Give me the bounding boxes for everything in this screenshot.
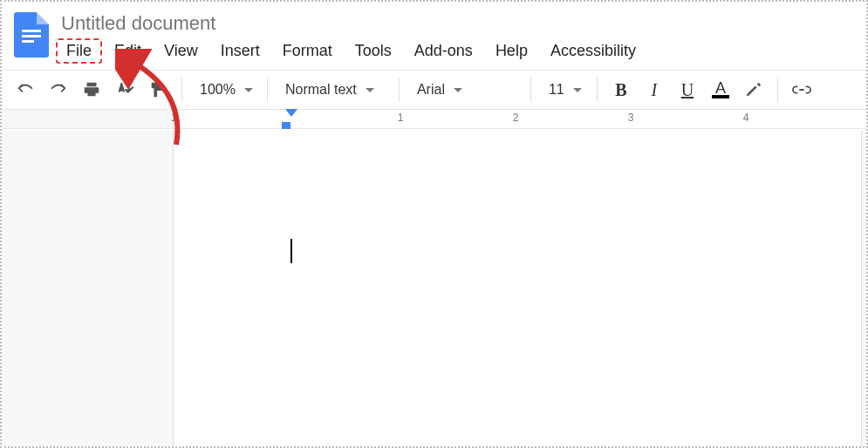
toolbar-separator (399, 78, 400, 102)
menu-tools[interactable]: Tools (345, 38, 402, 64)
size-value: 11 (549, 82, 564, 98)
docs-logo-icon[interactable] (14, 12, 49, 58)
zoom-dropdown[interactable]: 100% (191, 75, 258, 105)
menu-addons[interactable]: Add-ons (404, 38, 483, 64)
paragraph-style-dropdown[interactable]: Normal text (277, 75, 390, 105)
print-button[interactable] (77, 75, 106, 105)
toolbar-separator (267, 78, 268, 102)
ruler-mark: 1 (398, 112, 404, 124)
first-line-indent-icon[interactable] (282, 122, 290, 129)
ruler-gutter (2, 110, 173, 128)
toolbar: 100% Normal text Arial 11 B I U A (2, 70, 866, 110)
ruler[interactable]: 1 1 2 3 4 (2, 110, 866, 129)
font-dropdown[interactable]: Arial (408, 75, 522, 105)
menu-view[interactable]: View (154, 38, 208, 64)
menu-edit[interactable]: Edit (104, 38, 152, 64)
menu-insert[interactable]: Insert (210, 38, 270, 64)
menubar: File Edit View Insert Format Tools Add-o… (56, 38, 859, 64)
menu-format[interactable]: Format (272, 38, 343, 64)
chevron-down-icon (573, 88, 582, 92)
chevron-down-icon (454, 88, 462, 92)
zoom-value: 100% (200, 82, 236, 98)
underline-button[interactable]: U (673, 75, 702, 105)
ruler-mark: 3 (628, 112, 634, 124)
ruler-mark: 4 (743, 112, 749, 124)
spellcheck-button[interactable] (110, 75, 140, 105)
ruler-mark: 2 (513, 112, 519, 124)
chevron-down-icon (366, 88, 374, 92)
ruler-mark: 1 (171, 112, 177, 124)
toolbar-separator (777, 78, 778, 102)
font-value: Arial (417, 82, 445, 98)
style-value: Normal text (285, 82, 357, 98)
undo-button[interactable] (10, 75, 40, 105)
text-cursor (290, 239, 292, 263)
menu-file[interactable]: File (56, 38, 102, 64)
redo-button[interactable] (44, 75, 73, 105)
header: Untitled document File Edit View Insert … (2, 2, 866, 70)
menu-help[interactable]: Help (485, 38, 538, 64)
font-size-dropdown[interactable]: 11 (540, 75, 588, 105)
document-title[interactable]: Untitled document (56, 12, 221, 38)
insert-link-button[interactable] (787, 75, 817, 105)
indent-marker-icon[interactable] (285, 109, 297, 117)
paint-format-button[interactable] (143, 75, 173, 105)
menu-accessibility[interactable]: Accessibility (540, 38, 646, 64)
workspace (2, 131, 866, 446)
document-page[interactable] (173, 131, 862, 448)
ruler-track: 1 1 2 3 4 (173, 110, 866, 128)
chevron-down-icon (244, 88, 253, 92)
text-color-button[interactable]: A (706, 75, 735, 105)
highlight-button[interactable] (739, 75, 769, 105)
title-area: Untitled document File Edit View Insert … (56, 7, 859, 64)
italic-button[interactable]: I (639, 75, 669, 105)
svg-rect-0 (154, 92, 157, 98)
bold-button[interactable]: B (606, 75, 636, 105)
toolbar-separator (530, 78, 531, 102)
toolbar-separator (597, 78, 598, 102)
toolbar-separator (181, 78, 182, 102)
